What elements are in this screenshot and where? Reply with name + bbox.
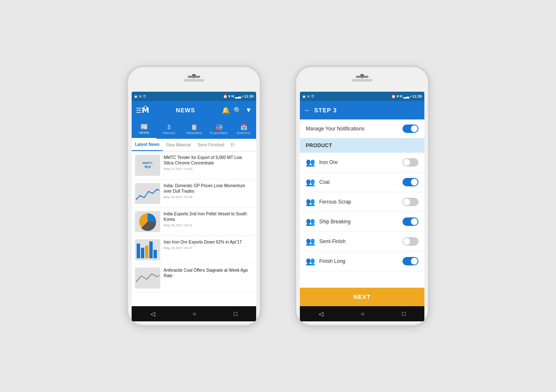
status-icon-bar2: ☰ — [311, 95, 314, 98]
news-title-3: India Exports 2nd Iron Pellet Vessel to … — [164, 211, 253, 222]
nav-tab-tenders[interactable]: 📋 TENDERS — [181, 119, 206, 139]
manage-notifications-row: Manage Your Notifications — [300, 119, 424, 138]
nav-tab-prices[interactable]: $ PRICES — [156, 119, 181, 139]
news-thumb-3 — [135, 211, 160, 232]
toggle-finish-long[interactable] — [402, 257, 418, 265]
status-icon-mail: ✉ — [139, 95, 142, 98]
product-row-ferrous-scrap: 👥 Ferrous Scrap — [300, 192, 424, 212]
news-item-4[interactable]: Iran Iron Ore Exports Down 62% in Apr'17… — [132, 236, 256, 264]
product-name-coal: Coal — [319, 179, 330, 185]
phone-screen-1: ▣ ✉ ☰ ⏰ ▾ H ▂▃ ▪ 11:30 ☰ M̈ NEWS — [132, 92, 256, 321]
status-wifi: ▾ — [228, 94, 230, 98]
news-item-3[interactable]: India Exports 2nd Iron Pellet Vessel to … — [132, 208, 256, 236]
product-left-ferrous-scrap: 👥 Ferrous Scrap — [306, 197, 351, 207]
toggle-coal[interactable] — [402, 178, 418, 186]
status-bar-1: ▣ ✉ ☰ ⏰ ▾ H ▂▃ ▪ 11:30 — [132, 92, 256, 101]
status-time-1: 11:30 — [244, 94, 254, 98]
toggle-iron-ore[interactable] — [402, 158, 418, 167]
nav-prices-icon: $ — [167, 124, 171, 130]
phone-step3: ▣ ✉ ☰ ⏰ ▾ H ▂▃ ▪ 11:29 ← STEP 3 — [295, 66, 429, 326]
news-thumb-5 — [135, 268, 160, 289]
app-logo: M̈ — [142, 106, 149, 115]
news-title-2: India: Domestic GP Prices Lose Momentum … — [164, 183, 253, 194]
product-icon-finish-long: 👥 — [306, 257, 315, 266]
toggle-knob-manage — [411, 125, 418, 132]
earpiece-1 — [188, 76, 200, 78]
step-content: Manage Your Notifications PRODUCT 👥 Iron… — [300, 119, 424, 288]
thumb-logo-1: MMTCमेटल — [143, 161, 153, 169]
svg-rect-4 — [149, 241, 153, 258]
svg-rect-2 — [141, 248, 144, 258]
sub-tab-semi[interactable]: Semi Finished — [194, 139, 228, 151]
product-icon-ship-breaking: 👥 — [306, 217, 315, 226]
chart-svg-4 — [135, 239, 160, 260]
status-wifi2: ▾ — [397, 94, 399, 98]
nav-tab-news[interactable]: 📰 NEWS — [132, 119, 156, 139]
back-button[interactable]: ← — [304, 106, 311, 114]
recent-btn-1[interactable]: □ — [234, 310, 237, 317]
manage-notifications-label: Manage Your Notifications — [306, 126, 364, 132]
status-bar-2: ▣ ✉ ☰ ⏰ ▾ H ▂▃ ▪ 11:29 — [300, 92, 424, 101]
step-title: STEP 3 — [314, 107, 337, 114]
filter-icon[interactable]: ▼ — [245, 106, 252, 114]
product-icon-ferrous-scrap: 👥 — [306, 197, 315, 207]
news-item-2[interactable]: India: Domestic GP Prices Lose Momentum … — [132, 180, 256, 208]
news-title-5: Anthracite Coal Offers Stagnate at Week … — [164, 268, 253, 278]
svg-rect-5 — [154, 250, 157, 258]
news-item-5[interactable]: Anthracite Coal Offers Stagnate at Week … — [132, 264, 256, 292]
menu-icon[interactable]: ☰ — [136, 106, 142, 114]
status-icon-mail2: ✉ — [307, 95, 310, 98]
product-name-semi-finish: Semi Finish — [319, 238, 346, 244]
status-battery: ▪ — [242, 94, 243, 98]
sub-tab-fi[interactable]: Fi — [228, 139, 238, 151]
nav-news-label: NEWS — [139, 131, 149, 135]
product-icon-iron-ore: 👥 — [306, 158, 315, 167]
status-right-2: ⏰ ▾ H ▂▃ ▪ 11:29 — [391, 94, 422, 98]
phone-top-1 — [127, 66, 260, 92]
header-icons-right-1: 🔔 🔍 ▼ — [222, 106, 252, 114]
step-header: ← STEP 3 — [300, 101, 424, 119]
phone-screen-2: ▣ ✉ ☰ ⏰ ▾ H ▂▃ ▪ 11:29 ← STEP 3 — [300, 92, 424, 321]
back-btn-2[interactable]: ◁ — [319, 310, 323, 317]
news-list: MMTCमेटल MMTC Tender for Export of 9,000… — [132, 151, 256, 306]
speaker-1 — [183, 79, 204, 82]
chart-svg-3 — [137, 211, 158, 232]
manage-notifications-toggle[interactable] — [402, 124, 418, 133]
home-btn-2[interactable]: ○ — [361, 310, 364, 317]
phones-container: ▣ ✉ ☰ ⏰ ▾ H ▂▃ ▪ 11:30 ☰ M̈ NEWS — [127, 66, 429, 326]
news-title-1: MMTC Tender for Export of 9,000 MT Low S… — [164, 155, 253, 166]
product-left-semi-finish: 👥 Semi Finish — [306, 237, 346, 246]
product-row-finish-long: 👥 Finish Long — [300, 252, 424, 271]
nav-tab-events[interactable]: 📅 EVENTS — [231, 119, 256, 139]
chart-svg-5 — [135, 268, 160, 289]
nav-tenders-label: TENDERS — [186, 131, 202, 135]
status-h: H — [231, 94, 234, 98]
news-content-2: India: Domestic GP Prices Lose Momentum … — [164, 183, 253, 199]
next-button[interactable]: NEXT — [300, 288, 424, 306]
recent-btn-2[interactable]: □ — [402, 310, 405, 317]
product-row-semi-finish: 👥 Semi Finish — [300, 232, 424, 252]
news-item-1[interactable]: MMTCमेटल MMTC Tender for Export of 9,000… — [132, 151, 256, 180]
nav-tab-plantbee[interactable]: 🏭 PLANTBEE — [207, 119, 231, 139]
nav-plantbee-label: PLANTBEE — [210, 131, 228, 135]
status-left-1: ▣ ✉ ☰ — [134, 95, 146, 98]
back-btn-1[interactable]: ◁ — [151, 310, 155, 317]
toggle-semi-finish[interactable] — [402, 237, 418, 246]
status-alarm: ⏰ — [223, 94, 228, 98]
toggle-knob-iron-ore — [403, 159, 410, 166]
toggle-ferrous-scrap[interactable] — [402, 198, 418, 206]
news-date-2: May 26,2017 18:38 — [164, 195, 253, 199]
sub-tab-latest[interactable]: Latest News — [132, 139, 163, 151]
home-btn-1[interactable]: ○ — [193, 310, 196, 317]
nav-tenders-icon: 📋 — [191, 124, 198, 130]
product-icon-semi-finish: 👥 — [306, 237, 315, 246]
toggle-ship-breaking[interactable] — [402, 217, 418, 226]
status-right-1: ⏰ ▾ H ▂▃ ▪ 11:30 — [223, 94, 254, 98]
status-signal2: ▂▃ — [403, 94, 409, 98]
svg-rect-3 — [145, 246, 148, 258]
news-content-5: Anthracite Coal Offers Stagnate at Week … — [164, 268, 253, 280]
phone-news: ▣ ✉ ☰ ⏰ ▾ H ▂▃ ▪ 11:30 ☰ M̈ NEWS — [127, 66, 261, 326]
search-icon[interactable]: 🔍 — [233, 106, 242, 114]
sub-tab-raw[interactable]: Raw Material — [163, 139, 194, 151]
bell-icon[interactable]: 🔔 — [222, 106, 230, 114]
